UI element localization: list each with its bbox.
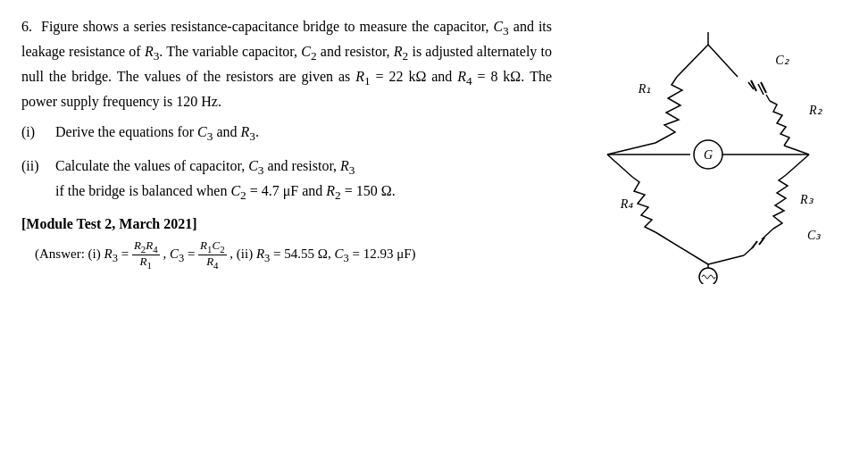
r3-resistor [773, 175, 788, 229]
wire-tl-2 [607, 143, 655, 155]
wire-bl-2 [655, 232, 708, 264]
problem-number: 6. Figure shows a series resistance-capa… [21, 19, 552, 109]
r2-resistor [770, 101, 789, 146]
r1-resistor [655, 77, 682, 143]
r4-resistor [632, 177, 655, 232]
frac2-denominator: R4 [204, 255, 220, 271]
r1-label: R₁ [638, 82, 652, 96]
circuit-diagram: G R₁ C₂ R₂ R₄ R₃ C₃ [570, 16, 847, 284]
wire-br-c3-after [744, 246, 754, 255]
r2-label: R₂ [808, 104, 822, 117]
galvanometer-label: G [704, 148, 713, 162]
answer-frac1: R2R4 R1 [132, 239, 160, 271]
sub-question-ii: (ii) Calculate the values of capacitor, … [21, 155, 552, 205]
frac1-denominator: R1 [138, 255, 154, 271]
module-tag: [Module Test 2, March 2021] [21, 216, 552, 232]
wire-tl-1 [677, 45, 708, 77]
sub-question-i: (i) Derive the equations for C3 and R3. [21, 121, 552, 146]
wire-br-1 [786, 155, 809, 175]
sub-ii-label: (ii) [21, 155, 55, 178]
wire-tr-1 [708, 45, 738, 77]
frac2-numerator: R1C2 [198, 239, 226, 256]
answer-frac2: R1C2 R4 [198, 239, 226, 271]
bridge-svg: G R₁ C₂ R₂ R₄ R₃ C₃ [579, 25, 838, 284]
r3-label: R₃ [799, 193, 814, 206]
c2-label: C₂ [775, 54, 789, 67]
frac1-numerator: R2R4 [132, 239, 160, 256]
sub-ii-text: Calculate the values of capacitor, C3 an… [55, 155, 396, 205]
wire-tr-r2-before [766, 95, 770, 101]
r4-label: R₄ [620, 197, 634, 211]
left-panel: 6. Figure shows a series resistance-capa… [21, 16, 570, 271]
answer-line: (Answer: (i) R3 = R2R4 R1 , C3 = R1C2 R4… [21, 239, 552, 271]
c3-label: C₃ [807, 229, 822, 242]
wire-br-2 [708, 255, 744, 264]
wire-tr-2 [784, 146, 809, 155]
sub-i-label: (i) [21, 121, 55, 144]
problem-text: 6. Figure shows a series resistance-capa… [21, 16, 552, 113]
wire-bl-1 [607, 155, 632, 177]
sub-i-text: Derive the equations for C3 and R3. [55, 121, 259, 146]
